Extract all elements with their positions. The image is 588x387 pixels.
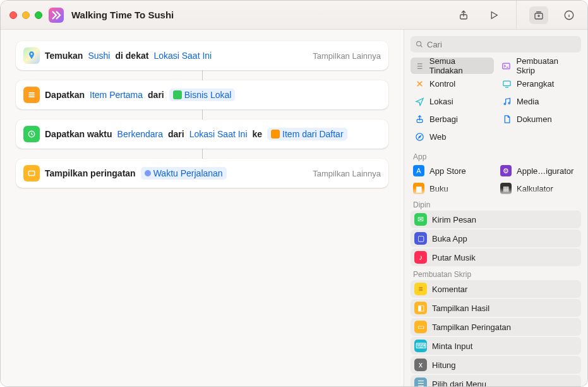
x-icon bbox=[414, 78, 424, 89]
titlebar: Walking Time To Sushi bbox=[1, 1, 587, 30]
books-icon: ▆ bbox=[413, 183, 424, 194]
category-web[interactable]: Web bbox=[411, 128, 494, 145]
pinned-open-app[interactable]: ▢Buka App bbox=[411, 230, 581, 247]
svg-point-6 bbox=[417, 42, 421, 46]
location-token[interactable]: Lokasi Saat Ini bbox=[153, 51, 212, 61]
connector-line bbox=[202, 70, 203, 80]
category-grid: Semua Tindakan Pembuatan Skrip Kontrol P… bbox=[404, 56, 587, 149]
terminal-icon bbox=[501, 61, 511, 71]
category-all-actions[interactable]: Semua Tindakan bbox=[411, 58, 494, 74]
script-choose-menu[interactable]: ☰Pilih dari Menu bbox=[411, 375, 581, 387]
search-term-token[interactable]: Sushi bbox=[88, 51, 110, 61]
category-label: Dokumen bbox=[517, 114, 552, 124]
script-label: Minta Input bbox=[432, 341, 472, 351]
mode-token[interactable]: Berkendara bbox=[117, 129, 163, 139]
show-more-button[interactable]: Tampilkan Lainnya bbox=[313, 169, 381, 178]
action-mid: dari bbox=[168, 129, 184, 139]
connector-line bbox=[202, 149, 203, 159]
maps-icon bbox=[23, 47, 40, 64]
item-selector-token[interactable]: Item Pertama bbox=[90, 90, 143, 100]
show-more-button[interactable]: Tampilkan Lainnya bbox=[313, 51, 381, 61]
calc-icon: x bbox=[414, 359, 427, 371]
music-app-icon: ♪ bbox=[414, 251, 427, 264]
app-books[interactable]: ▆Buku bbox=[411, 180, 494, 197]
script-show-alert[interactable]: ▭Tampilkan Peringatan bbox=[411, 318, 581, 336]
app-store-icon: A bbox=[413, 165, 424, 176]
list-icon bbox=[414, 61, 424, 71]
search-input[interactable] bbox=[411, 36, 581, 52]
item-icon bbox=[271, 130, 280, 138]
script-label: Komentar bbox=[432, 285, 467, 294]
svg-rect-5 bbox=[28, 171, 34, 176]
category-label: Kontrol bbox=[429, 79, 455, 89]
category-control[interactable]: Kontrol bbox=[411, 75, 494, 92]
clock-icon bbox=[23, 126, 40, 142]
script-comment[interactable]: ≡Komentar bbox=[411, 280, 581, 298]
run-button[interactable] bbox=[484, 6, 503, 24]
category-label: Pembuatan Skrip bbox=[516, 56, 577, 75]
calculator-icon: ▦ bbox=[500, 183, 512, 194]
connector-line bbox=[202, 109, 203, 120]
app-configurator[interactable]: ⚙Apple…igurator bbox=[498, 163, 581, 179]
travel-time-icon bbox=[145, 170, 151, 176]
category-label: Web bbox=[429, 132, 447, 142]
svg-point-12 bbox=[416, 133, 423, 140]
share-button[interactable] bbox=[454, 6, 473, 24]
pinned-send-message[interactable]: ✉Kirim Pesan bbox=[411, 211, 581, 228]
app-window: Walking Time To Sushi bbox=[0, 0, 588, 387]
nav-icon bbox=[414, 96, 424, 106]
app-label: Kalkulator bbox=[517, 184, 553, 194]
action-get-item[interactable]: Dapatkan Item Pertama dari Bisnis Lokal bbox=[16, 80, 388, 109]
category-label: Lokasi bbox=[429, 97, 453, 106]
script-ask-input[interactable]: ⌨Minta Input bbox=[411, 337, 581, 355]
section-header-apps: App bbox=[404, 149, 587, 163]
close-window-button[interactable] bbox=[9, 11, 17, 19]
local-business-icon bbox=[173, 90, 182, 99]
script-label: Tampilkan Hasil bbox=[432, 304, 489, 313]
app-label: Buku bbox=[429, 184, 448, 194]
app-calculator[interactable]: ▦Kalkulator bbox=[498, 180, 581, 197]
script-label: Pilih dari Menu bbox=[432, 379, 486, 388]
action-find-places[interactable]: Temukan Sushi di dekat Lokasi Saat Ini T… bbox=[16, 41, 388, 70]
search-icon bbox=[415, 40, 424, 49]
variable-chip[interactable]: Bisnis Lokal bbox=[169, 89, 236, 101]
safari-icon bbox=[414, 132, 424, 142]
action-mid: dari bbox=[148, 90, 164, 100]
category-media[interactable]: Media bbox=[498, 93, 581, 109]
app-label: Apple…igurator bbox=[517, 166, 573, 176]
category-documents[interactable]: Dokumen bbox=[498, 111, 581, 127]
variable-chip[interactable]: Waktu Perjalanan bbox=[141, 167, 227, 180]
svg-point-3 bbox=[31, 53, 33, 55]
pinned-play-music[interactable]: ♪Putar Musik bbox=[411, 249, 581, 266]
minimize-window-button[interactable] bbox=[22, 11, 30, 19]
apps-grid: AApp Store ⚙Apple…igurator ▆Buku ▦Kalkul… bbox=[404, 163, 587, 197]
app-app-store[interactable]: AApp Store bbox=[411, 163, 494, 179]
script-show-result[interactable]: ◧Tampilkan Hasil bbox=[411, 299, 581, 317]
from-location-token[interactable]: Lokasi Saat Ini bbox=[189, 129, 248, 139]
action-travel-time[interactable]: Dapatkan waktu Berkendara dari Lokasi Sa… bbox=[16, 120, 388, 149]
action-mid2: ke bbox=[253, 129, 263, 139]
library-button[interactable] bbox=[529, 6, 548, 24]
action-label: Dapatkan bbox=[45, 90, 85, 100]
workflow-canvas: Temukan Sushi di dekat Lokasi Saat Ini T… bbox=[1, 30, 404, 386]
category-location[interactable]: Lokasi bbox=[411, 93, 494, 109]
category-label: Berbagi bbox=[429, 114, 458, 124]
variable-chip[interactable]: Item dari Daftar bbox=[267, 128, 347, 140]
action-mid: di dekat bbox=[115, 51, 148, 61]
svg-rect-8 bbox=[503, 81, 510, 86]
action-label: Tampilkan peringatan bbox=[45, 168, 136, 178]
svg-point-10 bbox=[508, 102, 510, 104]
device-icon bbox=[501, 78, 512, 89]
script-calculate[interactable]: xHitung bbox=[411, 356, 581, 374]
info-button[interactable] bbox=[560, 6, 579, 24]
category-sharing[interactable]: Berbagi bbox=[411, 111, 494, 127]
scripting-list: ≡Komentar ◧Tampilkan Hasil ▭Tampilkan Pe… bbox=[404, 280, 587, 387]
zoom-window-button[interactable] bbox=[35, 11, 42, 19]
titlebar-divider bbox=[516, 1, 517, 30]
action-label: Temukan bbox=[45, 51, 83, 61]
category-device[interactable]: Perangkat bbox=[498, 75, 581, 92]
section-header-pinned: Dipin bbox=[404, 197, 587, 211]
action-show-alert[interactable]: Tampilkan peringatan Waktu Perjalanan Ta… bbox=[16, 159, 388, 188]
category-scripting[interactable]: Pembuatan Skrip bbox=[498, 58, 581, 74]
pinned-label: Putar Musik bbox=[432, 253, 476, 262]
